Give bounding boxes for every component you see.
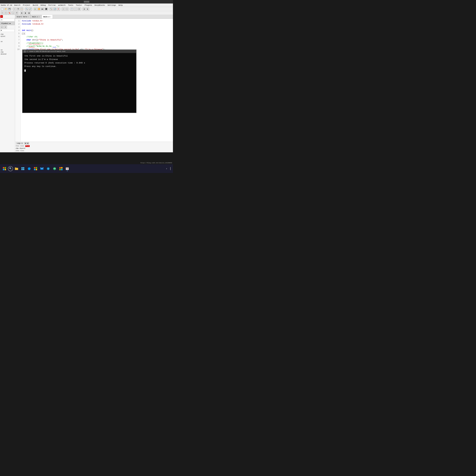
toolbar-copy[interactable]: ⧉ bbox=[17, 7, 20, 11]
taskbar-store[interactable] bbox=[33, 166, 38, 171]
log-row-3: Chec Exec bbox=[16, 150, 172, 152]
win-logo-green bbox=[5, 167, 6, 169]
scroll-right[interactable]: ▶ bbox=[27, 142, 29, 144]
toolbar-new[interactable]: 📄 bbox=[1, 7, 4, 11]
menu-settings[interactable]: Settings bbox=[107, 4, 117, 6]
taskbar-start-button[interactable] bbox=[1, 166, 7, 171]
top-bar bbox=[0, 0, 173, 3]
toolbar-debug-run[interactable]: ▶▶ bbox=[41, 7, 44, 11]
svg-rect-19 bbox=[59, 169, 61, 170]
log-depend: depend bbox=[19, 148, 25, 149]
toolbar-build[interactable]: 🔨 bbox=[50, 7, 53, 11]
menu-build[interactable]: Build bbox=[32, 4, 38, 6]
sidebar-label-cbp2: cbp bbox=[0, 51, 15, 53]
toolbar2-pencil[interactable]: ✏ bbox=[12, 11, 15, 15]
toolbar-redo[interactable]: ↪ bbox=[65, 7, 68, 11]
svg-rect-3 bbox=[23, 167, 24, 169]
tab-close-main1[interactable]: ✕ bbox=[39, 16, 40, 18]
taskbar-edge[interactable] bbox=[26, 166, 32, 171]
toolbar-arrow-right[interactable]: ▶ bbox=[86, 7, 89, 11]
menu-debug[interactable]: Debug bbox=[40, 4, 46, 6]
sidebar-down[interactable]: ∨ bbox=[4, 26, 7, 29]
tab-close-start[interactable]: ✕ bbox=[28, 16, 29, 18]
log-row-1: Chec Exec Proc bbox=[16, 145, 172, 147]
toolbar2-layout1[interactable]: ▤ bbox=[20, 11, 23, 15]
win-logo-blue bbox=[3, 169, 4, 170]
toolbar-rebuild[interactable]: 🔄 bbox=[53, 7, 56, 11]
menu-search[interactable]: Search bbox=[14, 4, 21, 6]
tray-chevron[interactable]: ∧ bbox=[164, 167, 169, 171]
toolbar-run2[interactable]: ⏩ bbox=[37, 7, 40, 11]
toolbar2-next[interactable]: ➡ bbox=[4, 11, 7, 15]
taskbar-file-explorer[interactable] bbox=[14, 166, 19, 171]
log-items: Chec Exec Proc cbp depend Chec Exec bbox=[16, 145, 172, 152]
log-row-2: cbp depend bbox=[16, 147, 172, 150]
toolbar-zoom-out[interactable]: - bbox=[74, 7, 77, 11]
menu-fortran[interactable]: Fortran bbox=[48, 4, 56, 6]
wechat-icon bbox=[53, 167, 56, 170]
ide-window: locks 17.12 Search Project Build Debug F… bbox=[0, 3, 173, 152]
toolbar-settings[interactable]: ⚙ bbox=[78, 7, 81, 11]
sidebar-up[interactable]: ∧ bbox=[0, 26, 3, 29]
menu-help[interactable]: Help bbox=[118, 4, 123, 6]
toolbar-save[interactable]: 💾 bbox=[8, 7, 11, 11]
toolbar-stop[interactable]: ⬛ bbox=[45, 7, 48, 11]
log-check-2: Chec bbox=[16, 150, 19, 152]
tab-close-main2[interactable]: ✕ bbox=[50, 16, 51, 18]
console-cursor bbox=[24, 69, 26, 72]
toolbar-paste[interactable]: 📋 bbox=[20, 7, 23, 11]
taskbar-calendar[interactable]: 📅 bbox=[64, 166, 70, 171]
menu-tools[interactable]: Tools bbox=[68, 4, 74, 6]
win-logo-red bbox=[3, 167, 4, 169]
toolbar-sep6 bbox=[69, 8, 69, 11]
toolbar2-prev[interactable]: ⬅ bbox=[1, 11, 4, 15]
menu-plugins[interactable]: Plugins bbox=[84, 4, 93, 6]
toolbar-cut[interactable]: ✂ bbox=[13, 7, 16, 11]
toolbar-run[interactable]: ▶ bbox=[34, 7, 37, 11]
dell-icon: D bbox=[47, 167, 50, 170]
sidebar-dropdown[interactable]: ▼ bbox=[0, 29, 15, 32]
toolbar-replace[interactable]: 🔎 bbox=[29, 7, 32, 11]
taskbar-mail[interactable] bbox=[39, 166, 45, 171]
toolbar-zoom-in[interactable]: + bbox=[70, 7, 73, 11]
console-line-2: the second is:I'm a Chinese bbox=[24, 58, 134, 61]
tab-start-here[interactable]: Start here ✕ bbox=[15, 15, 31, 18]
tab-main-c-2[interactable]: main.c ✕ bbox=[42, 15, 53, 18]
taskbar-dell[interactable]: D bbox=[45, 166, 51, 171]
taskbar-search-button[interactable]: 🔍 bbox=[8, 166, 13, 171]
tab-main-c-1[interactable]: main.c ✕ bbox=[31, 15, 42, 18]
menu-tools-plus[interactable]: Tools+ bbox=[75, 4, 83, 6]
toolbar-open[interactable]: 📂 bbox=[4, 7, 7, 11]
console-title-bar: C:\Users\86178\Desktop\cccc3\main.exe bbox=[22, 50, 136, 53]
toolbar2-font[interactable]: A bbox=[15, 11, 18, 15]
toolbar2-bookmark[interactable]: 🔖 bbox=[8, 11, 11, 15]
menu-wxsmith[interactable]: wxSmith bbox=[58, 4, 66, 6]
svg-rect-2 bbox=[21, 167, 23, 169]
taskbar-wechat[interactable] bbox=[52, 166, 57, 171]
store-icon bbox=[34, 167, 37, 170]
sidebar-controls: ∧ ∨ bbox=[0, 25, 15, 29]
toolbar-clean[interactable]: ✖ bbox=[57, 7, 60, 11]
sidebar-tab-fsymbol[interactable]: FSymbol ▶ bbox=[0, 22, 15, 25]
taskbar-widget[interactable] bbox=[20, 166, 26, 171]
svg-point-14 bbox=[53, 167, 56, 170]
menu-bar: locks 17.12 Search Project Build Debug F… bbox=[0, 3, 173, 7]
menu-doxyblocks[interactable]: DoxyBlocks bbox=[94, 4, 106, 6]
toolbar-1: 📄 📂 💾 ✂ ⧉ 📋 🔍 🔎 ▶ ⏩ ▶▶ ⬛ 🔨 🔄 ✖ ↩ ↪ + - ⚙… bbox=[0, 7, 173, 11]
toolbar-find[interactable]: 🔍 bbox=[25, 7, 28, 11]
toolbar2-layout3[interactable]: ▦ bbox=[27, 11, 31, 15]
console-window: C:\Users\86178\Desktop\cccc3\main.exe th… bbox=[22, 50, 136, 113]
file-explorer-icon bbox=[15, 167, 18, 170]
svg-rect-18 bbox=[61, 167, 63, 169]
bottom-tab-logs[interactable]: Logs & bbox=[16, 142, 24, 145]
menu-project[interactable]: Project bbox=[22, 4, 31, 6]
svg-rect-20 bbox=[61, 169, 63, 170]
tab-bar: Start here ✕ main.c ✕ main.c ✕ bbox=[15, 15, 173, 19]
toolbar2-layout2[interactable]: ▣ bbox=[24, 11, 27, 15]
scroll-left[interactable]: ◀ bbox=[24, 142, 27, 144]
sidebar-close[interactable]: ✕ bbox=[0, 15, 3, 18]
toolbar-arrow-left[interactable]: ◀ bbox=[83, 7, 86, 11]
taskbar-color-tool[interactable] bbox=[58, 166, 64, 171]
sidebar-tab-s[interactable]: s bbox=[0, 18, 15, 21]
toolbar-undo[interactable]: ↩ bbox=[62, 7, 65, 11]
